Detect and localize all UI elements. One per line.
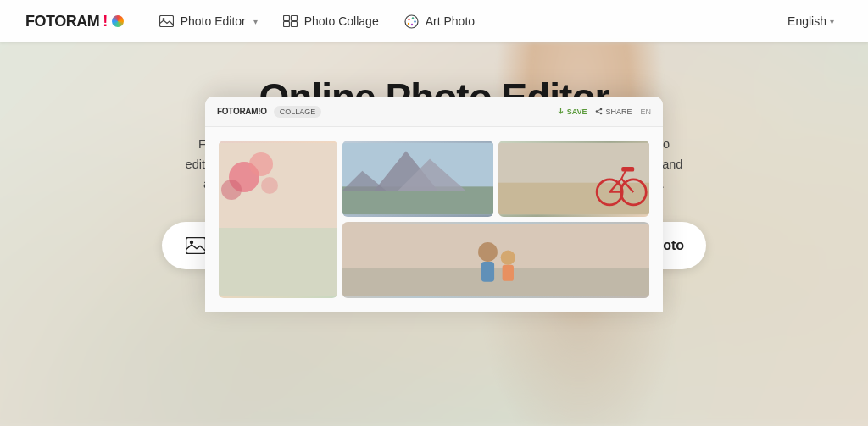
svg-point-8 (412, 17, 414, 19)
chevron-down-icon: ▾ (253, 17, 258, 26)
preview-save[interactable]: SAVE (557, 108, 587, 116)
svg-point-53 (501, 251, 515, 265)
svg-point-51 (478, 242, 498, 262)
logo-icon (112, 15, 124, 27)
preview-lang: EN (640, 108, 651, 116)
preview-tag: COLLAGE (274, 106, 322, 118)
svg-rect-5 (292, 22, 298, 27)
nav-art-photo-label: Art Photo (426, 14, 475, 28)
svg-line-28 (598, 112, 600, 113)
preview-body (205, 127, 663, 312)
nav-item-photo-editor[interactable]: Photo Editor ▾ (149, 8, 268, 34)
preview-image-2 (342, 141, 493, 217)
collage-icon (283, 14, 298, 29)
image-cta-icon (184, 234, 208, 257)
language-label: English (787, 14, 826, 28)
logo[interactable]: FOTORAM! (25, 13, 124, 30)
logo-text: FOTORAM (25, 13, 99, 30)
logo-exclaim: ! (103, 13, 108, 30)
svg-point-32 (221, 180, 242, 200)
svg-rect-34 (219, 228, 337, 296)
nav-links: Photo Editor ▾ Photo Collage (149, 8, 779, 34)
svg-rect-12 (186, 238, 205, 254)
preview-topbar: FOTORAM!O COLLAGE SAVE SHARE EN (205, 97, 663, 127)
nav-item-art-photo[interactable]: Art Photo (394, 8, 485, 34)
svg-point-10 (408, 22, 409, 24)
svg-line-27 (598, 110, 600, 111)
language-chevron-icon: ▾ (830, 17, 834, 26)
nav-photo-collage-label: Photo Collage (304, 14, 379, 28)
svg-rect-36 (342, 187, 493, 215)
svg-point-6 (405, 15, 418, 28)
svg-rect-48 (621, 167, 634, 172)
preview-image-3 (498, 141, 649, 217)
navigation: FOTORAM! Photo Editor ▾ (0, 0, 868, 42)
svg-rect-3 (292, 16, 298, 21)
svg-rect-4 (284, 22, 290, 27)
preview-share[interactable]: SHARE (595, 108, 632, 116)
svg-rect-41 (498, 183, 649, 214)
svg-point-7 (408, 18, 409, 19)
svg-point-31 (249, 152, 273, 176)
svg-rect-50 (342, 268, 649, 296)
preview-image-1 (219, 141, 337, 298)
svg-rect-52 (481, 262, 494, 282)
svg-rect-54 (503, 265, 514, 281)
language-selector[interactable]: English ▾ (779, 9, 843, 33)
svg-point-11 (411, 23, 413, 25)
nav-item-photo-collage[interactable]: Photo Collage (273, 8, 389, 34)
palette-icon (404, 14, 420, 29)
svg-rect-2 (284, 16, 290, 21)
image-icon (159, 14, 175, 29)
svg-point-13 (190, 241, 193, 244)
preview-card: FOTORAM!O COLLAGE SAVE SHARE EN (205, 97, 663, 312)
svg-point-33 (261, 177, 278, 194)
preview-actions: SAVE SHARE EN (557, 108, 651, 116)
preview-logo: FOTORAM!O (217, 107, 267, 116)
nav-photo-editor-label: Photo Editor (181, 14, 246, 28)
preview-image-4 (342, 222, 649, 298)
svg-point-9 (414, 20, 415, 22)
hero-content: Online Photo Editor Fotoramio is a free … (0, 42, 868, 295)
